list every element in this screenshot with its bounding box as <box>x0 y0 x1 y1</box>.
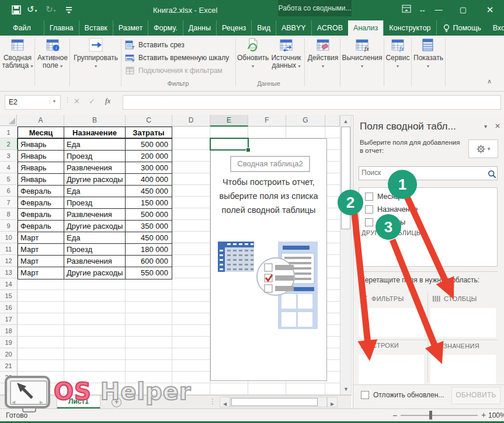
row-header-9[interactable]: 9 <box>0 220 18 232</box>
table-cell[interactable]: 450 000 <box>126 186 172 197</box>
pane-options-icon[interactable]: ▾ <box>484 123 487 130</box>
insert-function-icon[interactable]: fx <box>105 96 110 106</box>
name-box-dropdown-icon[interactable]: ▾ <box>50 99 55 104</box>
zoom-slider-track[interactable] <box>401 415 478 416</box>
defer-checkbox[interactable] <box>361 391 369 399</box>
actions-button[interactable]: Действия▾ <box>307 37 339 70</box>
field-list[interactable]: МесяцНазначениеЗатраты <box>359 187 498 267</box>
table-cell[interactable]: 150 000 <box>126 197 172 209</box>
active-field-button[interactable]: i Активноеполе ▾ <box>36 37 69 70</box>
insert-timeline-button[interactable]: Вставить временную шкалу <box>125 53 229 63</box>
row-header-7[interactable]: 7 <box>0 197 18 208</box>
calculations-button[interactable]: fx Вычисления▾ <box>342 37 383 70</box>
pane-tools-button[interactable]: ▾ <box>468 139 498 158</box>
table-header-cell[interactable]: Месяц <box>18 127 64 139</box>
ribbon-tab-вид[interactable]: Вид <box>251 20 276 36</box>
table-cell[interactable]: Проезд <box>64 151 126 162</box>
column-header-G[interactable]: G <box>286 115 325 127</box>
column-header-C[interactable]: C <box>126 115 172 127</box>
row-header-14[interactable]: 14 <box>0 278 18 290</box>
search-box[interactable] <box>359 166 498 180</box>
table-cell[interactable]: Развлечения <box>64 209 126 221</box>
area-dropzone-значения[interactable] <box>430 355 496 384</box>
table-cell[interactable]: Март <box>18 267 64 279</box>
row-header-16[interactable]: 16 <box>0 302 18 313</box>
collapse-ribbon-button[interactable]: ∧ <box>487 78 492 85</box>
ribbon-tab-конструктор[interactable]: Конструктор <box>383 20 436 36</box>
column-header-D[interactable]: D <box>172 115 210 127</box>
table-cell[interactable]: 350 000 <box>126 221 172 232</box>
table-cell[interactable]: Март <box>18 232 64 244</box>
table-cell[interactable]: Проезд <box>64 244 126 256</box>
field-checkbox[interactable] <box>365 193 373 201</box>
row-header-15[interactable]: 15 <box>0 290 18 302</box>
row-header-18[interactable]: 18 <box>0 325 18 337</box>
table-cell[interactable]: Другие расходы <box>64 267 126 279</box>
window-resize-icon[interactable]: ↔ <box>416 4 429 16</box>
table-cell[interactable]: Февраль <box>18 221 64 232</box>
save-icon[interactable] <box>12 5 21 15</box>
column-header-A[interactable]: A <box>18 115 64 127</box>
table-cell[interactable]: 500 000 <box>126 139 172 151</box>
formula-bar-splitter[interactable]: ⋮ <box>64 96 71 104</box>
name-box[interactable]: E2 ▾ <box>5 95 61 110</box>
table-cell[interactable]: Январь <box>18 139 64 151</box>
column-header-partial[interactable] <box>325 115 340 127</box>
table-cell[interactable]: Еда <box>64 232 126 244</box>
table-cell[interactable]: Другие расходы <box>64 174 126 186</box>
sign-in-button[interactable]: Вход <box>487 20 504 36</box>
field-checkbox[interactable] <box>365 218 373 226</box>
vertical-scroll-thumb[interactable] <box>341 127 350 229</box>
table-header-cell[interactable]: Назначение <box>64 127 126 139</box>
fill-handle[interactable] <box>246 148 251 152</box>
ribbon-tab-файл[interactable]: Файл <box>0 20 44 36</box>
table-cell[interactable]: Другие расходы <box>64 221 126 232</box>
tab-help[interactable]: Помощь <box>436 20 487 36</box>
row-header-4[interactable]: 4 <box>0 162 18 173</box>
row-header-8[interactable]: 8 <box>0 208 18 220</box>
row-header-6[interactable]: 6 <box>0 185 18 197</box>
show-button[interactable]: Показать▾ <box>413 37 443 70</box>
zoom-slider-thumb[interactable] <box>429 411 432 419</box>
table-cell[interactable]: Февраль <box>18 209 64 221</box>
table-cell[interactable]: 550 000 <box>126 267 172 279</box>
table-cell[interactable]: 500 000 <box>126 209 172 221</box>
ribbon-tab-форму[interactable]: Форму. <box>148 20 183 36</box>
ribbon-tab-реценз[interactable]: Реценз <box>216 20 251 36</box>
zoom-level-label[interactable]: 100% <box>488 411 504 419</box>
table-header-cell[interactable]: Затраты <box>126 127 172 139</box>
field-item-назначение[interactable]: Назначение <box>365 205 418 214</box>
ribbon-display-options-button[interactable] <box>402 4 415 13</box>
insert-slicer-button[interactable]: Вставить срез <box>125 40 185 50</box>
table-cell[interactable]: Январь <box>18 162 64 174</box>
table-cell[interactable]: 400 000 <box>126 174 172 186</box>
row-header-2[interactable]: 2 <box>0 138 18 150</box>
ribbon-tab-анализ[interactable]: Анализ <box>348 20 383 36</box>
table-cell[interactable]: 180 000 <box>126 244 172 256</box>
table-cell[interactable]: 200 000 <box>126 151 172 162</box>
ribbon-tab-вставк[interactable]: Вставк <box>79 20 113 36</box>
row-header-11[interactable]: 11 <box>0 243 18 255</box>
row-header-17[interactable]: 17 <box>0 313 18 325</box>
column-header-B[interactable]: B <box>64 115 126 127</box>
row-header-19[interactable]: 19 <box>0 337 18 348</box>
tools-button[interactable]: fx Сервис▾ <box>385 37 410 70</box>
row-header-1[interactable]: 1 <box>0 127 18 138</box>
ribbon-tab-размет[interactable]: Размет <box>113 20 148 36</box>
area-dropzone-строки[interactable] <box>359 355 424 384</box>
window-minimize-button[interactable]: — <box>432 4 445 16</box>
table-cell[interactable]: 300 000 <box>126 162 172 174</box>
area-dropzone-фильтры[interactable] <box>359 308 424 337</box>
data-table[interactable]: МесяцНазначениеЗатратыЯнварьЕда500 000Ян… <box>18 127 172 279</box>
redo-button[interactable]: ↻▾ <box>46 5 56 15</box>
group-button[interactable]: Группировать▾ <box>71 37 120 70</box>
formula-input[interactable] <box>123 95 501 110</box>
column-header-F[interactable]: F <box>248 115 286 127</box>
table-cell[interactable]: Развлечения <box>64 162 126 174</box>
scroll-down-icon[interactable]: ▼ <box>343 386 349 392</box>
cancel-entry-icon[interactable]: ✕ <box>74 97 80 106</box>
vertical-scrollbar[interactable]: ▲ ▼ <box>340 115 352 395</box>
column-header-E[interactable]: E <box>210 115 248 127</box>
window-close-button[interactable]: ✕ <box>484 4 496 16</box>
table-cell[interactable]: Еда <box>64 139 126 151</box>
